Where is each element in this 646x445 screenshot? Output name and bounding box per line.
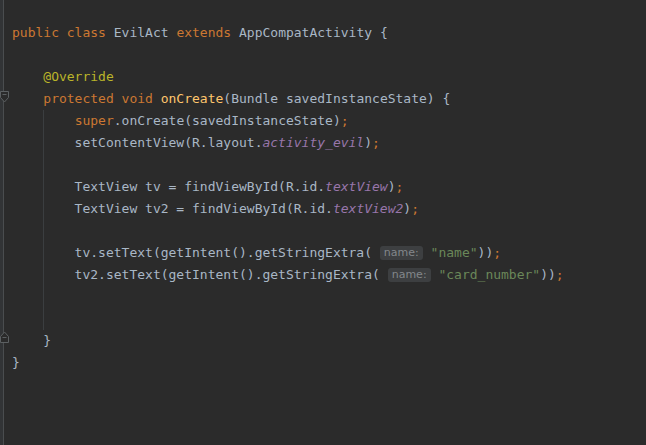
code-editor: public class EvilAct extends AppCompatAc… [0,0,646,445]
code-token-semi: ; [556,267,564,282]
code-token-def: tv2.setText(getIntent().getStringExtra( [12,267,388,282]
line-textview-tv2[interactable]: TextView tv2 = findViewById(R.id.textVie… [12,198,564,220]
code-token-decl: onCreate [161,91,224,106]
code-token-def [12,91,43,106]
line-oncreate-declaration[interactable]: protected void onCreate(Bundle savedInst… [12,88,564,110]
code-token-semi: ; [372,135,380,150]
line-class-close-brace[interactable]: } [12,352,564,374]
code-token-kw: public class [12,25,114,40]
fold-collapse-end-icon[interactable] [0,331,10,343]
code-token-def: ) [364,135,372,150]
code-token-kw: extends [176,25,239,40]
line-method-close-brace[interactable]: } [12,330,564,352]
code-token-field: textView [325,179,388,194]
code-token-def [423,245,431,260]
line-annotation[interactable]: @Override [12,66,564,88]
code-token-def: ) [403,201,411,216]
code-lines: public class EvilAct extends AppCompatAc… [12,22,564,374]
code-token-def: (Bundle savedInstanceState) { [223,91,450,106]
code-token-def: tv.setText(getIntent().getStringExtra( [12,245,380,260]
code-token-def: )) [478,245,494,260]
code-token-semi: ; [341,113,349,128]
parameter-hint-chip[interactable]: name: [388,268,431,282]
line-blank[interactable] [12,154,564,176]
code-token-def: AppCompatActivity { [239,25,388,40]
fold-region-line [3,0,4,445]
code-token-field: activity_evil [262,135,364,150]
line-class-declaration[interactable]: public class EvilAct extends AppCompatAc… [12,22,564,44]
code-token-def: setContentView(R.layout. [12,135,262,150]
code-token-field: textView2 [333,201,403,216]
code-token-str: "card_number" [438,267,540,282]
line-blank[interactable] [12,308,564,330]
code-token-def [12,69,43,84]
code-token-ann: @Override [43,69,113,84]
line-blank[interactable] [12,286,564,308]
code-token-def [12,113,75,128]
code-token-semi: ; [411,201,419,216]
code-token-str: "name" [431,245,478,260]
code-token-def: ) [388,179,396,194]
code-token-def: .onCreate(savedInstanceState) [114,113,341,128]
parameter-hint-chip[interactable]: name: [380,246,423,260]
line-settext-name[interactable]: tv.setText(getIntent().getStringExtra( n… [12,242,564,264]
code-token-semi: ; [493,245,501,260]
line-setcontentview[interactable]: setContentView(R.layout.activity_evil); [12,132,564,154]
line-settext-card-number[interactable]: tv2.setText(getIntent().getStringExtra( … [12,264,564,286]
code-token-def: EvilAct [114,25,177,40]
code-token-def: )) [540,267,556,282]
line-super-oncreate[interactable]: super.onCreate(savedInstanceState); [12,110,564,132]
code-token-kw: super [75,113,114,128]
code-token-def: } [12,355,20,370]
code-token-def: TextView tv2 = findViewById(R.id. [12,201,333,216]
fold-collapse-start-icon[interactable] [0,91,10,103]
code-token-def: TextView tv = findViewById(R.id. [12,179,325,194]
line-blank[interactable] [12,220,564,242]
line-blank[interactable] [12,44,564,66]
code-token-kw: protected void [43,91,160,106]
line-textview-tv[interactable]: TextView tv = findViewById(R.id.textView… [12,176,564,198]
code-token-def: } [12,333,51,348]
code-token-semi: ; [396,179,404,194]
